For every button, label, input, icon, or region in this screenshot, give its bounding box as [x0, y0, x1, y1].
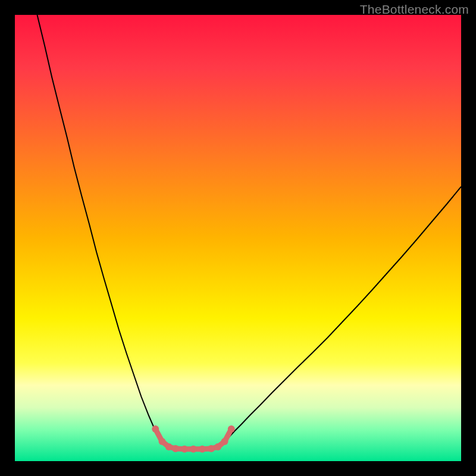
series-bottom-dots-point — [159, 438, 166, 445]
series-bottom-dots-point — [208, 445, 215, 452]
series-bottom-dots-point — [152, 425, 159, 433]
series-bottom-dots-point — [199, 446, 206, 453]
gradient-background — [15, 15, 461, 461]
series-bottom-dots-point — [181, 446, 188, 453]
series-bottom-dots-point — [228, 425, 235, 433]
watermark-text: TheBottleneck.com — [360, 2, 469, 17]
chart-frame: TheBottleneck.com — [0, 0, 476, 476]
series-bottom-dots-point — [190, 446, 197, 453]
bottleneck-chart — [15, 15, 461, 461]
series-bottom-dots-point — [221, 438, 228, 445]
series-bottom-dots-point — [214, 443, 221, 450]
series-bottom-dots-point — [172, 445, 179, 452]
series-bottom-dots-point — [165, 443, 173, 450]
